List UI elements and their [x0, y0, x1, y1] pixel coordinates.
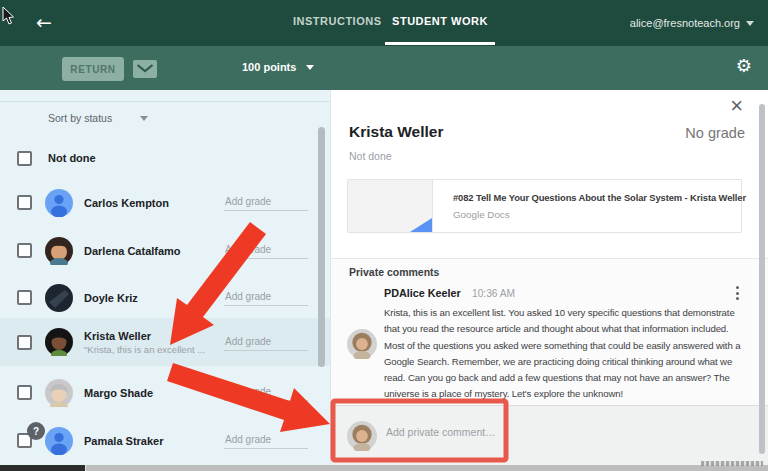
add-grade-input[interactable]	[224, 384, 308, 401]
user-avatar	[347, 421, 377, 451]
divider	[0, 101, 330, 102]
points-dropdown[interactable]: 100 points	[242, 61, 314, 73]
student-row[interactable]: Carlos Kempton	[0, 179, 330, 226]
right-scrollbar[interactable]	[759, 104, 765, 454]
avatar	[45, 427, 73, 455]
add-grade-input[interactable]	[224, 194, 308, 211]
points-label: 100 points	[242, 61, 296, 73]
add-grade-input[interactable]	[224, 334, 308, 351]
student-checkbox[interactable]	[17, 290, 32, 305]
avatar	[45, 284, 73, 312]
close-icon[interactable]: ×	[730, 97, 743, 115]
student-row[interactable]: Doyle Kriz	[0, 274, 330, 321]
account-email: alice@fresnoteach.org	[630, 17, 740, 29]
sort-label: Sort by status	[48, 112, 112, 124]
private-comments-section: Private comments PDAlice Keeler 10:36 AM…	[331, 259, 768, 405]
student-name: Darlena Catalfamo	[84, 245, 181, 257]
student-checkbox[interactable]	[17, 243, 32, 258]
scrollbar-thumb[interactable]	[0, 465, 86, 471]
avatar	[45, 237, 73, 265]
student-row[interactable]: Margo Shade	[0, 369, 330, 416]
return-button[interactable]: RETURN	[62, 57, 124, 81]
more-options-icon[interactable]	[736, 286, 739, 300]
student-checkbox[interactable]	[17, 385, 32, 400]
comment-author: PDAlice Keeler	[384, 287, 461, 299]
bottom-scrollbar[interactable]	[0, 465, 768, 471]
doc-corner-icon	[410, 218, 432, 232]
comment-timestamp: 10:36 AM	[472, 288, 515, 299]
student-checkbox[interactable]	[17, 195, 32, 210]
grade-status: No grade	[685, 125, 745, 141]
student-checkbox[interactable]	[17, 335, 32, 350]
student-list-panel: Sort by status Not done Carlos Kempton	[0, 90, 330, 465]
add-grade-input[interactable]	[224, 432, 308, 449]
turnin-status: Not done	[349, 150, 392, 162]
add-comment-bar	[331, 405, 768, 465]
student-row[interactable]: Darlena Catalfamo	[0, 227, 330, 274]
student-name: Doyle Kriz	[84, 292, 138, 304]
student-name: Margo Shade	[84, 387, 153, 399]
account-menu[interactable]: alice@fresnoteach.org	[630, 17, 754, 29]
private-comments-label: Private comments	[349, 266, 439, 278]
comment-preview: "Krista, this is an excellent ...	[84, 344, 205, 355]
select-all-checkbox[interactable]	[17, 151, 32, 166]
comment-text: Krista, this is an excellent list. You a…	[384, 305, 748, 403]
settings-gear-icon[interactable]: ⚙	[736, 55, 752, 76]
tab-student-work[interactable]: STUDENT WORK	[385, 15, 495, 27]
status-group-header: Not done	[0, 142, 330, 174]
grading-toolbar: RETURN 100 points ⚙	[0, 46, 768, 90]
left-scrollbar[interactable]	[318, 127, 325, 367]
attachment-type: Google Docs	[453, 209, 510, 220]
tab-instructions[interactable]: INSTRUCTIONS	[293, 15, 382, 27]
student-name: Krista Weller	[84, 330, 205, 342]
avatar	[45, 189, 73, 217]
chevron-down-icon	[746, 21, 754, 26]
detail-student-name: Krista Weller	[349, 123, 443, 141]
avatar	[45, 328, 73, 356]
attachment-title: #082 Tell Me Your Questions About the So…	[453, 192, 738, 203]
question-badge: ?	[27, 422, 45, 440]
commenter-avatar	[347, 329, 377, 359]
status-group-label: Not done	[48, 152, 96, 164]
sort-by-status-dropdown[interactable]: Sort by status	[48, 112, 148, 124]
private-comment-input[interactable]	[386, 426, 566, 438]
chevron-down-icon	[140, 116, 148, 121]
add-grade-input[interactable]	[224, 289, 308, 306]
email-icon[interactable]	[133, 60, 157, 82]
student-name: Pamala Straker	[84, 435, 164, 447]
fine-print-artifact	[701, 461, 763, 466]
avatar	[45, 379, 73, 407]
back-icon[interactable]: ←	[36, 11, 52, 33]
student-name: Carlos Kempton	[84, 197, 169, 209]
attachment-card[interactable]: #082 Tell Me Your Questions About the So…	[347, 179, 742, 233]
add-grade-input[interactable]	[224, 242, 308, 259]
top-app-bar: ← INSTRUCTIONS STUDENT WORK alice@fresno…	[0, 0, 768, 46]
attachment-thumbnail	[348, 180, 433, 232]
active-tab-underline	[385, 42, 495, 45]
student-row[interactable]: ? Pamala Straker	[0, 417, 330, 464]
classroom-grading-screen: ← INSTRUCTIONS STUDENT WORK alice@fresno…	[0, 0, 768, 471]
chevron-down-icon	[306, 65, 314, 70]
student-row-selected[interactable]: Krista Weller "Krista, this is an excell…	[0, 318, 330, 366]
submission-detail-panel: × Krista Weller No grade Not done #082 T…	[330, 90, 768, 465]
